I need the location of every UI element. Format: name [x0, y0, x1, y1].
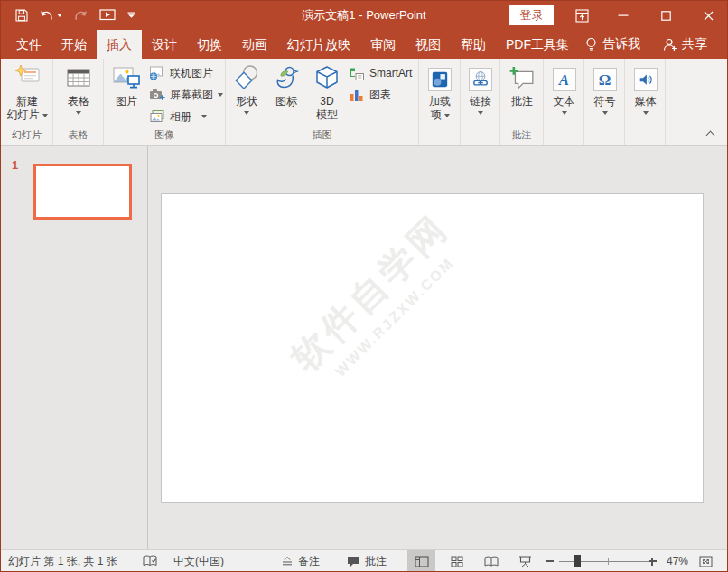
table-button[interactable]: 表格: [53, 59, 104, 115]
tab-home[interactable]: 开始: [51, 30, 97, 59]
notes-button[interactable]: 备注: [281, 550, 320, 572]
tell-me-button[interactable]: 告诉我: [584, 30, 640, 59]
slide-thumbnail[interactable]: [33, 164, 132, 220]
slide-count-status[interactable]: 幻灯片 第 1 张, 共 1 张: [8, 550, 117, 572]
dropdown-caret-icon: [201, 115, 207, 118]
new-slide-button[interactable]: 新建 幻灯片: [1, 59, 53, 122]
close-button[interactable]: [693, 1, 723, 30]
dropdown-caret-icon: [42, 114, 48, 117]
addins-label-line1: 加载: [429, 95, 451, 108]
powerpoint-window: 演示文稿1 - PowerPoint 登录 文件 开始 插入 设计 切换 动画 …: [0, 0, 728, 572]
group-label-tables: 表格: [53, 128, 103, 142]
slideshow-view-icon: [518, 556, 532, 567]
group-slides: 新建 幻灯片 幻灯片: [1, 59, 53, 145]
slide-sorter-view-button[interactable]: [443, 550, 471, 572]
slide-canvas[interactable]: 软件自学网 WWW.RJZXW.COM: [161, 193, 704, 503]
screenshot-button[interactable]: 屏幕截图: [149, 84, 223, 106]
tab-slideshow[interactable]: 幻灯片放映: [277, 30, 360, 59]
group-symbols: Ω 符号: [584, 59, 625, 145]
save-icon[interactable]: [15, 9, 28, 22]
shapes-label: 形状: [236, 95, 257, 108]
panel-divider[interactable]: [147, 146, 148, 549]
table-icon: [65, 64, 92, 91]
language-status[interactable]: 中文(中国): [173, 550, 224, 572]
tab-insert[interactable]: 插入: [97, 30, 142, 59]
dropdown-caret-icon: [218, 93, 223, 97]
ribbon: 新建 幻灯片 幻灯片 表格 表格 图片: [1, 59, 727, 146]
media-button[interactable]: 媒体: [625, 59, 666, 115]
chart-icon: [349, 88, 365, 102]
fit-slide-to-window-button[interactable]: [693, 550, 718, 572]
maximize-button[interactable]: [650, 1, 681, 30]
start-slideshow-icon[interactable]: [99, 9, 116, 22]
zoom-level[interactable]: 47%: [667, 550, 688, 572]
tab-file[interactable]: 文件: [6, 30, 51, 59]
addins-button[interactable]: 加载 项: [419, 59, 461, 122]
minimize-button[interactable]: [608, 1, 639, 30]
comments-button[interactable]: 批注: [347, 550, 387, 572]
duck-icon: [273, 64, 300, 91]
watermark: 软件自学网 WWW.RJZXW.COM: [281, 203, 472, 395]
redo-icon[interactable]: [74, 10, 88, 21]
shapes-button[interactable]: 形状: [228, 59, 266, 115]
zoom-out-button[interactable]: [543, 550, 555, 572]
tell-me-label: 告诉我: [602, 36, 640, 52]
photo-album-label: 相册: [170, 109, 191, 125]
3d-cube-icon: [313, 64, 341, 91]
omega-icon: Ω: [593, 64, 617, 91]
smartart-icon: [349, 66, 365, 80]
ribbon-display-options-button[interactable]: [566, 1, 597, 30]
tab-transitions[interactable]: 切换: [187, 30, 232, 59]
tab-help[interactable]: 帮助: [451, 30, 496, 59]
tab-pdf-tools[interactable]: PDF工具集: [496, 30, 579, 59]
plus-icon: [649, 558, 657, 566]
addins-label-line2: 项: [431, 108, 450, 122]
zoom-slider-track[interactable]: [559, 561, 655, 562]
dropdown-caret-icon: [602, 111, 608, 115]
collapse-ribbon-icon[interactable]: [707, 130, 714, 137]
comment-button[interactable]: 批注: [500, 59, 544, 108]
picture-button[interactable]: 图片: [106, 59, 147, 108]
picture-label: 图片: [116, 95, 137, 108]
link-label: 链接: [470, 95, 491, 108]
undo-button[interactable]: [40, 10, 62, 21]
chart-button[interactable]: 图表: [349, 84, 412, 106]
customize-qat-icon[interactable]: [127, 12, 135, 19]
3d-models-button[interactable]: 3D 模型: [307, 59, 347, 122]
share-label: 共享: [682, 36, 707, 52]
symbols-button[interactable]: Ω 符号: [584, 59, 625, 115]
tab-view[interactable]: 视图: [406, 30, 451, 59]
symbols-label: 符号: [594, 95, 616, 108]
zoom-slider-handle[interactable]: [574, 555, 581, 567]
text-button[interactable]: A 文本: [544, 59, 584, 115]
group-links: 链接: [461, 59, 500, 145]
normal-view-button[interactable]: [407, 550, 435, 572]
group-text: A 文本: [544, 59, 584, 145]
link-icon: [469, 64, 492, 91]
slideshow-view-button[interactable]: [511, 550, 539, 572]
online-pictures-button[interactable]: 联机图片: [149, 62, 223, 84]
link-button[interactable]: 链接: [461, 59, 500, 115]
photo-album-button[interactable]: 相册: [149, 106, 223, 127]
undo-caret-icon[interactable]: [57, 14, 62, 17]
new-slide-label-line2: 幻灯片: [7, 108, 48, 122]
undo-icon: [40, 10, 53, 21]
notes-icon: [281, 556, 294, 567]
slide-sorter-icon: [451, 556, 463, 567]
reading-view-button[interactable]: [477, 550, 505, 572]
screenshot-icon: [149, 88, 165, 102]
tab-review[interactable]: 审阅: [360, 30, 406, 59]
tab-design[interactable]: 设计: [142, 30, 187, 59]
addins-icon: [428, 64, 452, 91]
login-button[interactable]: 登录: [509, 5, 554, 25]
zoom-in-button[interactable]: [646, 550, 658, 572]
comment-label: 批注: [511, 95, 533, 108]
smartart-button[interactable]: SmartArt: [349, 62, 412, 84]
speaker-icon: [634, 64, 658, 91]
tab-animations[interactable]: 动画: [232, 30, 277, 59]
group-media: 媒体: [625, 59, 666, 145]
spellcheck-icon[interactable]: [143, 550, 158, 572]
icons-button[interactable]: 图标: [267, 59, 305, 108]
text-icon: A: [553, 64, 576, 91]
share-button[interactable]: 共享: [663, 30, 707, 59]
